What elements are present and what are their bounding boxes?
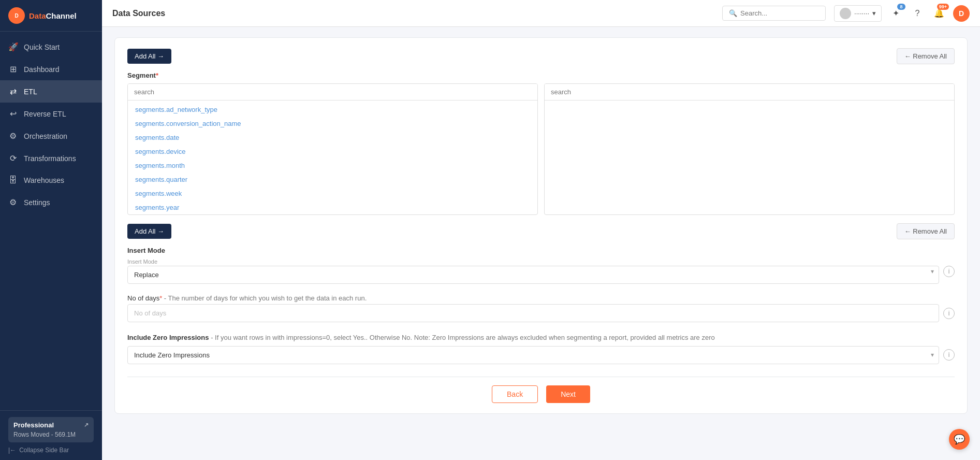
user-avatar-small bbox=[840, 8, 851, 19]
logo-text-white: Channel bbox=[46, 11, 77, 20]
insert-mode-select[interactable]: Replace Append Upsert bbox=[127, 266, 939, 284]
segment-left-search[interactable] bbox=[128, 84, 537, 100]
chat-bubble-button[interactable]: 💬 bbox=[949, 429, 970, 450]
insert-mode-wrap: Insert Mode Replace Append Upsert i bbox=[127, 258, 955, 284]
form-card: Add All → ← Remove All Segment* segments… bbox=[114, 37, 968, 414]
orchestration-icon: ⚙ bbox=[8, 131, 18, 141]
collapse-arrow-icon: |← bbox=[8, 447, 16, 454]
sidebar-item-label: Dashboard bbox=[24, 65, 60, 74]
zero-impressions-section: Include Zero Impressions - If you want r… bbox=[127, 333, 955, 364]
sidebar-item-label: ETL bbox=[24, 88, 37, 96]
sidebar-item-label: Warehouses bbox=[24, 176, 64, 184]
notifications-button[interactable]: 🔔 99+ bbox=[931, 6, 947, 21]
collapse-label: Collapse Side Bar bbox=[19, 447, 69, 454]
notifications-badge: 99+ bbox=[937, 4, 949, 10]
top-add-all-button[interactable]: Add All → bbox=[127, 49, 171, 64]
segment-dual-col: segments.ad_network_type segments.conver… bbox=[127, 83, 955, 215]
sidebar-item-transformations[interactable]: ⟳ Transformations bbox=[0, 147, 102, 169]
zero-impressions-wrap: Include Zero Impressions Yes No i bbox=[127, 346, 955, 364]
insert-mode-label: Insert Mode bbox=[127, 247, 955, 254]
star-badge: 8 bbox=[897, 4, 905, 10]
segment-right-search[interactable] bbox=[545, 84, 954, 100]
user-dropdown[interactable]: ········ ▾ bbox=[834, 5, 882, 22]
no-of-days-section: No of days* - The number of days for whi… bbox=[127, 294, 955, 322]
help-button[interactable]: ? bbox=[910, 6, 925, 21]
sidebar-item-label: Quick Start bbox=[24, 43, 60, 51]
no-of-days-wrap: i bbox=[127, 304, 955, 322]
chevron-down-icon: ▾ bbox=[872, 9, 876, 17]
rocket-icon: 🚀 bbox=[8, 42, 18, 52]
bottom-add-all-button[interactable]: Add All → bbox=[127, 224, 171, 239]
list-item[interactable]: segments.ad_network_type bbox=[128, 103, 537, 117]
insert-mode-select-container: Insert Mode Replace Append Upsert bbox=[127, 258, 939, 284]
list-item[interactable]: segments.month bbox=[128, 159, 537, 172]
segment-left-list: segments.ad_network_type segments.conver… bbox=[128, 100, 537, 214]
content-area: Add All → ← Remove All Segment* segments… bbox=[102, 27, 980, 460]
sidebar-item-label: Orchestration bbox=[24, 132, 67, 140]
zero-impressions-label: Include Zero Impressions - If you want r… bbox=[127, 333, 955, 343]
reverse-etl-icon: ↩ bbox=[8, 109, 18, 119]
page-title: Data Sources bbox=[112, 9, 714, 18]
sidebar-bottom: Professional ↗ Rows Moved - 569.1M |← Co… bbox=[0, 410, 102, 460]
star-button[interactable]: ✦ 8 bbox=[888, 6, 903, 21]
logo-icon: D bbox=[8, 7, 25, 24]
rows-moved-label: Rows Moved - 569.1M bbox=[13, 431, 89, 438]
list-item[interactable]: segments.year bbox=[128, 200, 537, 214]
top-action-row: Add All → ← Remove All bbox=[127, 48, 955, 64]
next-button[interactable]: Next bbox=[546, 385, 590, 403]
search-bar[interactable]: 🔍 bbox=[722, 6, 826, 21]
list-item[interactable]: segments.week bbox=[128, 186, 537, 200]
insert-mode-section: Insert Mode Insert Mode Replace Append U… bbox=[127, 247, 955, 284]
logo-text-orange: Data bbox=[29, 11, 46, 20]
search-input[interactable] bbox=[740, 9, 819, 17]
list-item[interactable]: segments.conversion_action_name bbox=[128, 117, 537, 131]
no-of-days-info-icon[interactable]: i bbox=[943, 308, 955, 319]
sidebar-item-etl[interactable]: ⇄ ETL bbox=[0, 80, 102, 103]
bottom-actions: Back Next bbox=[127, 385, 955, 403]
external-link-icon[interactable]: ↗ bbox=[84, 422, 89, 428]
list-item[interactable]: segments.date bbox=[128, 131, 537, 145]
topbar: Data Sources 🔍 ········ ▾ ✦ 8 ? 🔔 99+ D bbox=[102, 0, 980, 27]
list-item[interactable]: segments.quarter bbox=[128, 172, 537, 186]
zero-impressions-select[interactable]: Include Zero Impressions Yes No bbox=[127, 346, 939, 364]
etl-icon: ⇄ bbox=[8, 87, 18, 96]
insert-mode-field-label: Insert Mode bbox=[127, 258, 939, 265]
logo: D DataChannel bbox=[0, 0, 102, 32]
sidebar-item-reverse-etl[interactable]: ↩ Reverse ETL bbox=[0, 103, 102, 125]
segment-section: Segment* segments.ad_network_type segmen… bbox=[127, 71, 955, 215]
dashboard-icon: ⊞ bbox=[8, 64, 18, 74]
user-label: ········ bbox=[854, 9, 869, 17]
sidebar-item-warehouses[interactable]: 🗄 Warehouses bbox=[0, 169, 102, 191]
segment-right-col bbox=[544, 83, 955, 215]
sidebar-item-label: Settings bbox=[24, 198, 50, 207]
segment-label: Segment* bbox=[127, 71, 955, 79]
sidebar-item-orchestration[interactable]: ⚙ Orchestration bbox=[0, 125, 102, 147]
sidebar-nav: 🚀 Quick Start ⊞ Dashboard ⇄ ETL ↩ Revers… bbox=[0, 32, 102, 410]
top-remove-all-button[interactable]: ← Remove All bbox=[897, 48, 955, 64]
zero-impressions-info-icon[interactable]: i bbox=[943, 349, 955, 361]
list-item[interactable]: segments.device bbox=[128, 145, 537, 159]
collapse-sidebar-button[interactable]: |← Collapse Side Bar bbox=[8, 447, 94, 454]
plan-name-label: Professional bbox=[13, 421, 54, 429]
warehouses-icon: 🗄 bbox=[8, 176, 18, 185]
insert-mode-info-icon[interactable]: i bbox=[943, 266, 955, 277]
segment-left-col: segments.ad_network_type segments.conver… bbox=[127, 83, 538, 215]
sidebar-item-label: Reverse ETL bbox=[24, 110, 66, 118]
no-of-days-input[interactable] bbox=[127, 304, 939, 322]
svg-text:D: D bbox=[14, 13, 18, 19]
sidebar-item-dashboard[interactable]: ⊞ Dashboard bbox=[0, 58, 102, 80]
divider bbox=[127, 377, 955, 377]
topbar-right: ········ ▾ ✦ 8 ? 🔔 99+ D bbox=[834, 5, 970, 22]
bottom-action-row: Add All → ← Remove All bbox=[127, 223, 955, 239]
avatar[interactable]: D bbox=[953, 5, 970, 22]
sidebar-item-settings[interactable]: ⚙ Settings bbox=[0, 191, 102, 213]
back-button[interactable]: Back bbox=[492, 385, 538, 403]
no-of-days-label: No of days* - The number of days for whi… bbox=[127, 294, 955, 302]
segment-right-list bbox=[545, 100, 954, 214]
plan-badge: Professional ↗ Rows Moved - 569.1M bbox=[8, 417, 94, 442]
zero-impressions-select-container: Include Zero Impressions Yes No bbox=[127, 346, 939, 364]
bottom-remove-all-button[interactable]: ← Remove All bbox=[897, 223, 955, 239]
sidebar-item-quick-start[interactable]: 🚀 Quick Start bbox=[0, 36, 102, 58]
settings-icon: ⚙ bbox=[8, 197, 18, 207]
main-area: Data Sources 🔍 ········ ▾ ✦ 8 ? 🔔 99+ D bbox=[102, 0, 980, 460]
